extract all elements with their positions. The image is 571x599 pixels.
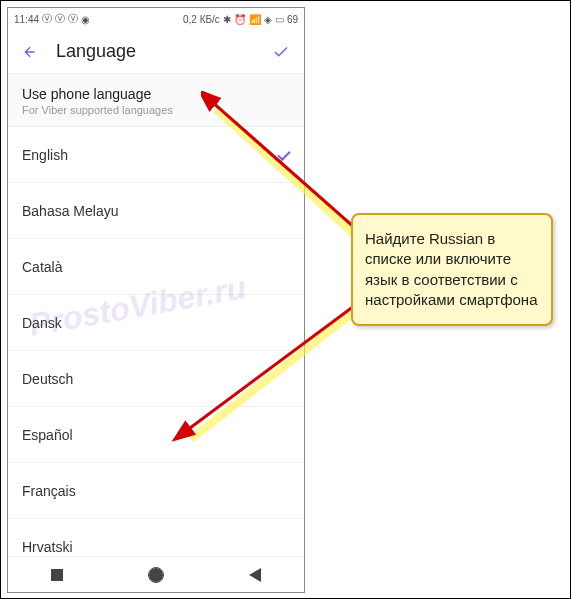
language-item[interactable]: English [8,127,304,183]
callout-text: Найдите Russian в списке или включите яз… [365,230,538,308]
confirm-check-icon[interactable] [272,43,290,61]
language-item[interactable]: Bahasa Melayu [8,183,304,239]
annotation-callout: Найдите Russian в списке или включите яз… [351,213,553,326]
language-label: Català [22,259,62,275]
language-label: English [22,147,68,163]
use-phone-language-option[interactable]: Use phone language For Viber supported l… [8,74,304,127]
back-arrow-icon[interactable] [22,44,38,60]
viber-icon: ⓥ [68,12,78,26]
viber-icon: ⓥ [42,12,52,26]
page-title: Language [56,41,272,62]
battery-icon: ▭ [275,14,284,25]
back-button[interactable] [249,568,261,582]
status-bar: 11:44 ⓥ ⓥ ⓥ ◉ 0,2 КБ/с ✱ ⏰ 📶 ◈ ▭ 69 [8,8,304,30]
language-item[interactable]: Français [8,463,304,519]
language-label: Français [22,483,76,499]
language-item[interactable]: Deutsch [8,351,304,407]
network-speed: 0,2 КБ/с [183,14,220,25]
battery-level: 69 [287,14,298,25]
language-label: Deutsch [22,371,73,387]
phone-screen: 11:44 ⓥ ⓥ ⓥ ◉ 0,2 КБ/с ✱ ⏰ 📶 ◈ ▭ 69 Lang… [7,7,305,593]
bluetooth-icon: ✱ [223,14,231,25]
home-button[interactable] [149,568,163,582]
alarm-icon: ⏰ [234,14,246,25]
android-nav-bar [8,556,304,592]
language-label: Hrvatski [22,539,73,555]
wifi-icon: ◈ [264,14,272,25]
app-header: Language [8,30,304,74]
option-subtitle: For Viber supported languages [22,104,290,116]
language-label: Español [22,427,73,443]
viber-icon: ⓥ [55,12,65,26]
language-list: EnglishBahasa MelayuCatalàDanskDeutschEs… [8,127,304,593]
status-time: 11:44 [14,14,39,25]
app-icon: ◉ [81,14,90,25]
language-item[interactable]: Català [8,239,304,295]
language-item[interactable]: Dansk [8,295,304,351]
language-label: Dansk [22,315,62,331]
signal-icon: 📶 [249,14,261,25]
language-label: Bahasa Melayu [22,203,119,219]
recent-apps-button[interactable] [51,569,63,581]
option-title: Use phone language [22,86,290,102]
language-item[interactable]: Español [8,407,304,463]
